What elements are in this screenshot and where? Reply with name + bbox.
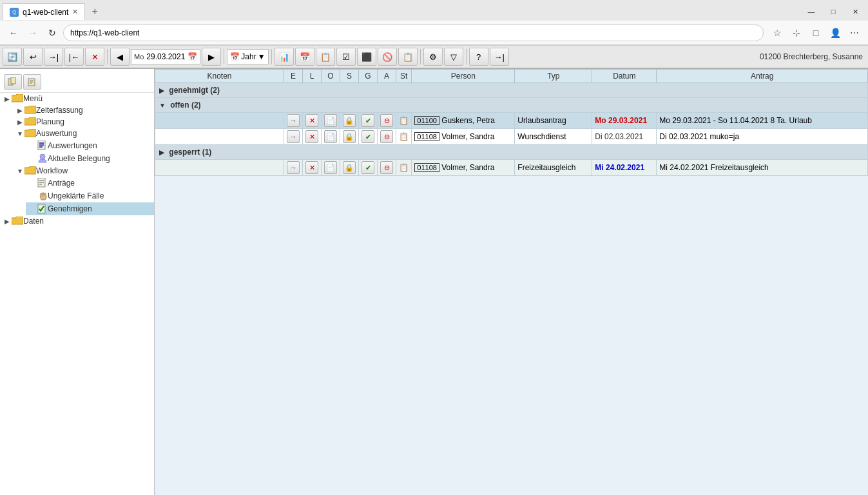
toolbar-refresh-btn[interactable]: 🔄 <box>3 48 22 66</box>
row2-doc-btn[interactable]: 📄 <box>324 130 337 143</box>
period-select[interactable]: 📅 Jahr ▼ <box>227 49 268 64</box>
sidebar-item-zeiterfassung[interactable]: ▶ Zeiterfassung <box>13 104 154 116</box>
toolbar-table-btn[interactable]: 📊 <box>275 48 294 66</box>
folder-icon-zeiterfassung <box>24 106 36 115</box>
row2-e: → <box>284 129 303 145</box>
row1-o: 📄 <box>322 113 340 129</box>
new-tab-button[interactable]: + <box>85 3 104 20</box>
minimize-button[interactable]: — <box>801 3 822 20</box>
row2-arrow-btn[interactable]: → <box>287 130 300 143</box>
row1-note-icon[interactable]: 📋 <box>399 116 409 125</box>
toolbar-help-btn[interactable]: ? <box>469 48 488 66</box>
sidebar-item-auswertung[interactable]: ▼ Auswertung <box>13 128 154 139</box>
toolbar-list-btn[interactable]: 📋 <box>316 48 335 66</box>
group-genehmigt[interactable]: ▶ genehmigt (2) <box>155 83 868 98</box>
sidebar-icon-1[interactable] <box>4 74 22 90</box>
collections-icon[interactable]: ⊹ <box>788 24 805 41</box>
sidebar-item-antraege[interactable]: Anträge <box>26 177 154 189</box>
row3-person: 01108 Volmer, Sandra <box>412 160 515 176</box>
url-bar[interactable]: https://q1-web-client <box>63 24 764 41</box>
row1-a: ⊖ <box>378 113 396 129</box>
toolbar-settings-btn[interactable]: ⚙ <box>423 48 443 66</box>
toolbar-filter-btn[interactable]: ▽ <box>444 48 463 66</box>
toolbar-cancel-btn[interactable]: 🚫 <box>378 48 397 66</box>
gesperrt-toggle[interactable]: ▶ <box>159 149 164 156</box>
tab-close-button[interactable]: ✕ <box>72 8 78 16</box>
row2-x-btn[interactable]: ✕ <box>305 130 318 143</box>
settings-icon[interactable]: ⋯ <box>846 24 863 41</box>
row3-doc-btn[interactable]: 📄 <box>324 161 337 174</box>
sidebar-item-planung[interactable]: ▶ Planung <box>13 116 154 128</box>
active-tab[interactable]: Q q1-web-client ✕ <box>3 3 85 20</box>
toolbar-next-btn[interactable]: ▶ <box>202 48 221 66</box>
toolbar-undo-btn[interactable]: ↩ <box>23 48 43 66</box>
toolbar-check-btn[interactable]: ☑ <box>336 48 356 66</box>
row1-minus-btn[interactable]: ⊖ <box>380 114 393 127</box>
zeiterfassung-toggle[interactable]: ▶ <box>15 106 24 115</box>
row2-person-id: 01108 <box>414 132 439 141</box>
row3-s: 🔒 <box>340 160 359 176</box>
auswertung-toggle[interactable]: ▼ <box>15 129 24 138</box>
group-offen[interactable]: ▼ offen (2) <box>155 98 868 113</box>
calendar-icon[interactable]: 📅 <box>188 52 197 61</box>
sidebar-item-workflow[interactable]: ▼ Workflow <box>13 165 154 177</box>
row1-x-btn[interactable]: ✕ <box>305 114 318 127</box>
row1-lock-btn[interactable]: 🔒 <box>343 114 356 127</box>
favorites-icon[interactable]: ☆ <box>769 24 786 41</box>
period-value: Jahr <box>241 52 256 61</box>
row2-lock-btn[interactable]: 🔒 <box>343 130 356 143</box>
sidebar-item-auswertungen[interactable]: Auswertungen <box>26 139 154 152</box>
row1-doc-btn[interactable]: 📄 <box>324 114 337 127</box>
sidebar-item-aktuelle-belegung[interactable]: Aktuelle Belegung <box>26 152 154 165</box>
genehmigt-toggle[interactable]: ▶ <box>159 87 164 94</box>
toolbar-clipboard-btn[interactable]: 📋 <box>398 48 418 66</box>
row3-check-btn[interactable]: ✔ <box>362 161 374 174</box>
svg-rect-9 <box>39 142 44 144</box>
toolbar-prev-btn[interactable]: ◀ <box>110 48 130 66</box>
toolbar-block-btn[interactable]: ⬛ <box>357 48 376 66</box>
row1-arrow-btn[interactable]: → <box>287 114 300 127</box>
sidebar-item-genehmigen[interactable]: Genehmigen <box>26 202 154 215</box>
daten-toggle[interactable]: ▶ <box>3 217 12 226</box>
refresh-button[interactable]: ↻ <box>44 24 61 41</box>
row2-check-btn[interactable]: ✔ <box>362 130 374 143</box>
sidebar-icon-2[interactable] <box>23 74 41 90</box>
sidebar-item-daten[interactable]: ▶ Daten <box>0 215 154 227</box>
table-row: → ✕ 📄 🔒 ✔ ⊖ <box>155 160 868 176</box>
offen-toggle[interactable]: ▼ <box>159 102 166 109</box>
offen-label: offen (2) <box>170 101 200 110</box>
row3-lock-btn[interactable]: 🔒 <box>343 161 356 174</box>
forward-button[interactable]: → <box>24 24 41 41</box>
toolbar-forward-btn[interactable]: →| <box>44 48 63 66</box>
menu-toggle[interactable]: ▶ <box>3 94 12 103</box>
row3-minus-btn[interactable]: ⊖ <box>380 161 393 174</box>
period-dropdown-icon[interactable]: ▼ <box>258 52 265 61</box>
th-st: St <box>396 70 412 83</box>
toolbar-back-btn[interactable]: |← <box>64 48 84 66</box>
workflow-toggle[interactable]: ▼ <box>15 166 24 175</box>
sidebar-label-ungeklaerte-faelle: Ungeklärte Fälle <box>48 191 104 200</box>
period-calendar-icon: 📅 <box>230 52 240 61</box>
toolbar-close-btn[interactable]: ✕ <box>85 48 104 66</box>
person-icon <box>37 153 48 164</box>
row2-note-icon[interactable]: 📋 <box>399 132 409 141</box>
profile-icon[interactable]: 👤 <box>827 24 844 41</box>
sidebar-item-menu[interactable]: ▶ Menü <box>0 93 154 104</box>
th-person: Person <box>412 70 515 83</box>
row3-note-icon[interactable]: 📋 <box>399 163 409 172</box>
group-gesperrt[interactable]: ▶ gesperrt (1) <box>155 145 868 160</box>
extensions-icon[interactable]: □ <box>807 24 824 41</box>
sidebar-item-ungeklaerte-faelle[interactable]: Ungeklärte Fälle <box>26 189 154 202</box>
row2-minus-btn[interactable]: ⊖ <box>380 130 393 143</box>
row3-arrow-btn[interactable]: → <box>287 161 300 174</box>
toolbar-cal-btn[interactable]: 📅 <box>295 48 314 66</box>
planung-toggle[interactable]: ▶ <box>15 117 24 126</box>
back-button[interactable]: ← <box>5 24 22 41</box>
row3-x-btn[interactable]: ✕ <box>305 161 318 174</box>
date-field[interactable]: Mo 29.03.2021 📅 <box>131 49 200 64</box>
toolbar-logout-btn[interactable]: →| <box>490 48 509 66</box>
row1-check-btn[interactable]: ✔ <box>362 114 374 127</box>
close-button[interactable]: ✕ <box>845 3 865 20</box>
row1-person: 01100 Guskens, Petra <box>412 113 515 129</box>
maximize-button[interactable]: □ <box>823 3 844 20</box>
